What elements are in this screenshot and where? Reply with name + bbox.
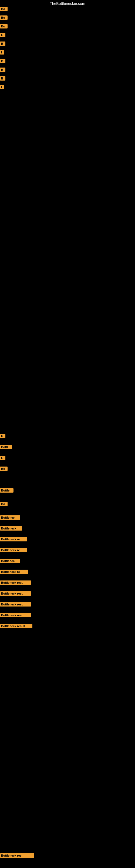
badge-26: Bottleneck resu xyxy=(0,613,31,617)
badge-17: Bottlenec xyxy=(0,516,20,520)
badge-21: Bottlenec xyxy=(0,559,20,563)
badge-8: B xyxy=(0,67,5,72)
badge-19: Bottleneck re xyxy=(0,537,27,541)
badge-22: Bottleneck re xyxy=(0,569,28,574)
badge-3: Bo xyxy=(0,24,8,29)
badge-10: I xyxy=(0,85,4,89)
badge-2: Bo xyxy=(0,16,8,20)
badge-11: E xyxy=(0,434,5,438)
badge-9: E xyxy=(0,76,5,81)
badge-6: I xyxy=(0,50,4,55)
site-title: TheBottlenecker.com xyxy=(50,1,85,6)
badge-15: Bottle xyxy=(0,488,13,493)
badge-18: Bottleneck xyxy=(0,526,22,531)
badge-1: Bo xyxy=(0,7,8,11)
badge-27: Bottleneck result xyxy=(0,624,32,628)
badge-13: E xyxy=(0,456,5,460)
badge-24: Bottleneck resu xyxy=(0,591,31,596)
badge-20: Bottleneck re xyxy=(0,548,27,552)
badge-16: Bo xyxy=(0,502,8,506)
badge-14: Bo xyxy=(0,467,8,471)
badge-7: B xyxy=(0,59,5,63)
badge-12: Bottl xyxy=(0,445,12,449)
badge-28: Bottleneck res xyxy=(0,854,34,858)
badge-25: Bottleneck resu xyxy=(0,602,31,607)
badge-4: E xyxy=(0,33,5,37)
badge-23: Bottleneck resu xyxy=(0,581,31,585)
badge-5: B xyxy=(0,41,5,46)
